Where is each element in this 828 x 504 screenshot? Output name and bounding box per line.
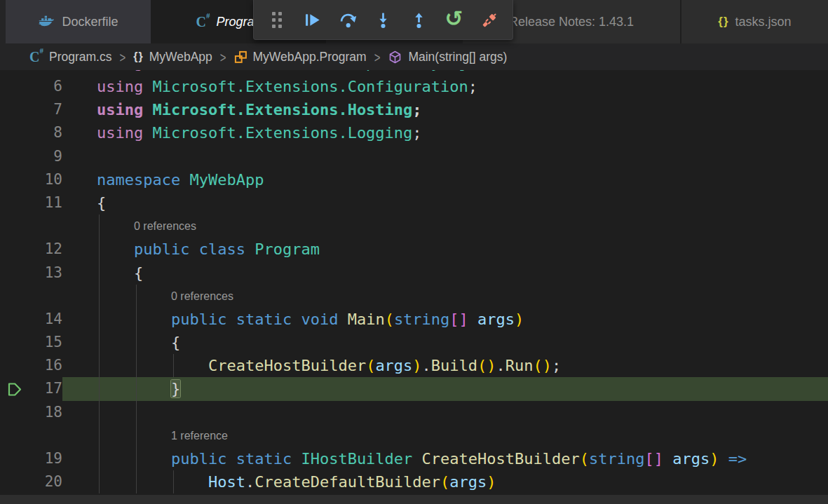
csharp-file-icon: C# bbox=[196, 15, 210, 29]
glyph-margin[interactable] bbox=[0, 447, 30, 470]
glyph-margin[interactable] bbox=[0, 98, 30, 121]
glyph-margin[interactable] bbox=[0, 470, 30, 493]
codelens-row: 0 references bbox=[0, 285, 828, 308]
codelens-references[interactable]: 1 reference bbox=[97, 424, 828, 447]
breadcrumb-label: MyWebApp.Program bbox=[253, 50, 367, 64]
codelens-references[interactable]: 0 references bbox=[97, 285, 828, 308]
glyph-margin[interactable] bbox=[0, 191, 30, 214]
code-cell[interactable]: { bbox=[62, 261, 828, 285]
line-number[interactable]: 9 bbox=[30, 145, 62, 168]
line-number[interactable] bbox=[30, 70, 62, 75]
code-cell[interactable]: using Microsoft.Extensions.Logging; bbox=[62, 121, 828, 144]
breadcrumb-item-main-string-args-[interactable]: Main(string[] args) bbox=[388, 50, 507, 64]
line-number[interactable]: 13 bbox=[30, 261, 62, 285]
namespace-braces-icon: {} bbox=[133, 50, 143, 63]
line-number[interactable]: 15 bbox=[30, 331, 62, 354]
code-cell[interactable]: public class Program bbox=[62, 238, 828, 261]
line-number[interactable]: 6 bbox=[30, 75, 62, 98]
code-cell[interactable] bbox=[62, 401, 828, 424]
clipped-code-line: using Microsoft.Extensions.DependencyInj… bbox=[0, 70, 828, 75]
line-number[interactable]: 8 bbox=[30, 121, 62, 144]
indent-guide bbox=[99, 238, 100, 261]
glyph-margin[interactable] bbox=[0, 238, 30, 261]
glyph-margin[interactable] bbox=[0, 424, 30, 447]
glyph-margin[interactable] bbox=[0, 145, 30, 168]
codelens-cell[interactable]: 1 reference bbox=[62, 424, 828, 447]
debug-toolbar-drag-handle[interactable] bbox=[264, 6, 290, 34]
glyph-margin[interactable] bbox=[0, 75, 30, 98]
code-cell[interactable]: namespace MyWebApp bbox=[62, 168, 828, 191]
glyph-margin[interactable] bbox=[0, 121, 30, 144]
continue-button[interactable] bbox=[299, 6, 326, 34]
glyph-margin[interactable] bbox=[0, 285, 30, 308]
indent-guide bbox=[99, 261, 100, 285]
codelens-cell[interactable]: 0 references bbox=[62, 214, 828, 238]
step-over-icon bbox=[339, 11, 358, 29]
glyph-margin[interactable] bbox=[0, 70, 30, 75]
indent-guide bbox=[99, 214, 100, 238]
debug-toolbar: ↺ bbox=[253, 0, 513, 40]
line-number[interactable] bbox=[30, 285, 62, 308]
disconnect-button[interactable] bbox=[476, 6, 503, 34]
code-cell[interactable]: } bbox=[62, 377, 828, 400]
glyph-margin[interactable] bbox=[0, 377, 30, 400]
code-cell[interactable]: using Microsoft.Extensions.Hosting; bbox=[62, 98, 828, 121]
code-editor[interactable]: using Microsoft.Extensions.DependencyInj… bbox=[0, 70, 828, 504]
restart-button[interactable]: ↺ bbox=[441, 6, 468, 34]
code-cell[interactable]: public static IHostBuilder CreateHostBui… bbox=[62, 447, 828, 470]
codelens-references[interactable]: 0 references bbox=[97, 214, 828, 238]
line-number[interactable]: 16 bbox=[30, 354, 62, 377]
indent-guide bbox=[173, 354, 174, 377]
line-number[interactable] bbox=[30, 214, 62, 238]
glyph-margin[interactable] bbox=[0, 214, 30, 238]
line-number[interactable]: 19 bbox=[30, 447, 62, 470]
glyph-margin[interactable] bbox=[0, 308, 30, 331]
line-number[interactable]: 18 bbox=[30, 401, 62, 424]
code-cell[interactable] bbox=[62, 145, 828, 168]
line-number[interactable]: 20 bbox=[30, 470, 62, 493]
tab-tasks.json[interactable]: {}tasks.json bbox=[680, 0, 828, 43]
code-cell[interactable]: { bbox=[62, 191, 828, 214]
line-number[interactable]: 17 bbox=[30, 377, 62, 400]
tab-label: Dockerfile bbox=[62, 15, 118, 29]
line-number[interactable]: 14 bbox=[30, 308, 62, 331]
code-cell[interactable]: { bbox=[62, 331, 828, 354]
breadcrumb-item-mywebapp.program[interactable]: MyWebApp.Program bbox=[234, 50, 367, 64]
codelens-cell[interactable]: 0 references bbox=[62, 285, 828, 308]
glyph-margin[interactable] bbox=[0, 331, 30, 354]
step-over-button[interactable] bbox=[334, 6, 361, 34]
glyph-margin[interactable] bbox=[0, 401, 30, 424]
indent-guide bbox=[99, 401, 100, 424]
code-cell[interactable]: public static void Main(string[] args) bbox=[62, 308, 828, 331]
breadcrumb-label: Main(string[] args) bbox=[408, 50, 507, 64]
step-out-button[interactable] bbox=[405, 6, 432, 34]
code-line-18: 18 bbox=[0, 401, 828, 424]
code-cell[interactable]: CreateHostBuilder(args).Build().Run(); bbox=[62, 354, 828, 377]
code-line-13: 13 { bbox=[0, 261, 828, 285]
json-braces-icon: {} bbox=[718, 15, 728, 29]
glyph-margin[interactable] bbox=[0, 354, 30, 377]
line-number[interactable]: 12 bbox=[30, 238, 62, 261]
step-out-icon bbox=[409, 11, 428, 29]
breadcrumb-separator-icon: > bbox=[118, 49, 126, 65]
code-cell[interactable]: using Microsoft.Extensions.DependencyInj… bbox=[62, 70, 828, 75]
tab-label: Release Notes: 1.43.1 bbox=[509, 15, 634, 29]
continue-icon bbox=[303, 11, 322, 29]
line-number[interactable]: 10 bbox=[30, 168, 62, 191]
glyph-margin[interactable] bbox=[0, 168, 30, 191]
tab-bar-left-edge bbox=[0, 0, 6, 43]
breadcrumb-item-program.cs[interactable]: C#Program.cs bbox=[29, 50, 111, 64]
glyph-margin[interactable] bbox=[0, 261, 30, 285]
indent-guide bbox=[136, 401, 137, 424]
step-into-button[interactable] bbox=[370, 6, 397, 34]
breadcrumb-item-mywebapp[interactable]: {}MyWebApp bbox=[133, 50, 212, 64]
code-line-16: 16 CreateHostBuilder(args).Build().Run()… bbox=[0, 354, 828, 377]
line-number[interactable]: 7 bbox=[30, 98, 62, 121]
code-cell[interactable]: using Microsoft.Extensions.Configuration… bbox=[62, 75, 828, 98]
horizontal-scrollbar[interactable] bbox=[0, 495, 828, 504]
line-number[interactable] bbox=[30, 424, 62, 447]
disconnect-icon bbox=[480, 11, 499, 29]
tab-dockerfile[interactable]: Dockerfile bbox=[6, 0, 151, 43]
line-number[interactable]: 11 bbox=[30, 191, 62, 214]
code-cell[interactable]: Host.CreateDefaultBuilder(args) bbox=[62, 470, 828, 493]
